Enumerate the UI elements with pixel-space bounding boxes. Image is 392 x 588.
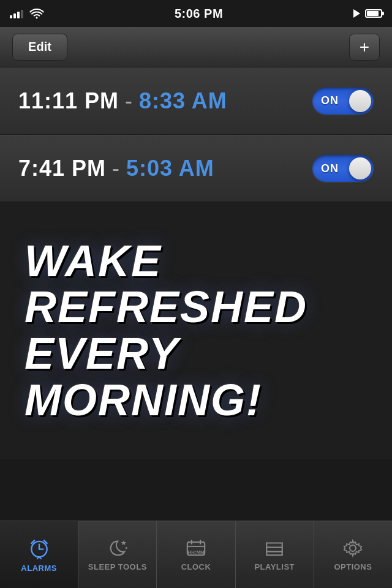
tab-options[interactable]: OPTIONS [314, 521, 392, 588]
status-right [353, 9, 382, 18]
moon-star-icon [107, 538, 128, 559]
promo-area: WAKE REFRESHED EVERY MORNING! [0, 202, 392, 459]
gear-icon [342, 538, 363, 559]
svg-point-24 [350, 545, 356, 551]
toggle-knob-2 [349, 157, 371, 179]
alarm-time-1: 11:11 PM - 8:33 AM [18, 88, 227, 114]
alarm-bedtime-2: 7:41 PM [18, 156, 106, 181]
play-icon [353, 9, 360, 18]
alarm-list: 11:11 PM - 8:33 AM ON 7:41 PM - 5:03 AM … [0, 67, 392, 202]
tab-options-label: OPTIONS [334, 562, 372, 571]
svg-marker-7 [121, 540, 126, 545]
status-bar: 5:06 PM [0, 0, 392, 27]
tab-clock[interactable]: HH:MM CLOCK [157, 521, 235, 588]
promo-line-2: EVERY MORNING! [24, 331, 368, 423]
playlist-icon [264, 538, 285, 559]
tab-alarms[interactable]: ALARMS [0, 521, 78, 588]
alarm-toggle-1[interactable]: ON [312, 88, 374, 115]
signal-area [10, 8, 44, 19]
alarm-dash-2: - [112, 156, 120, 181]
toggle-label-2: ON [321, 162, 339, 175]
toggle-knob-1 [349, 90, 371, 112]
tab-bar: ALARMS SLEEP TOOLS HH:MM CLOCK [0, 521, 392, 588]
toggle-label-1: ON [321, 94, 339, 107]
tab-clock-label: CLOCK [181, 562, 211, 571]
add-button[interactable]: + [349, 34, 380, 61]
edit-button[interactable]: Edit [12, 34, 67, 61]
toolbar: Edit + [0, 27, 392, 67]
alarm-item-2[interactable]: 7:41 PM - 5:03 AM ON [0, 135, 392, 202]
promo-text: WAKE REFRESHED EVERY MORNING! [0, 214, 392, 448]
tab-sleep-tools[interactable]: SLEEP TOOLS [78, 521, 157, 588]
alarm-item-1[interactable]: 11:11 PM - 8:33 AM ON [0, 67, 392, 135]
svg-text:HH:MM: HH:MM [188, 549, 205, 555]
alarm-dash-1: - [125, 88, 133, 114]
tab-alarms-label: ALARMS [21, 564, 57, 573]
signal-bars-icon [10, 9, 23, 18]
promo-line-1: WAKE REFRESHED [24, 238, 368, 331]
alarm-waketime-1: 8:33 AM [139, 88, 227, 114]
alarm-time-2: 7:41 PM - 5:03 AM [18, 156, 214, 181]
tab-sleep-tools-label: SLEEP TOOLS [88, 562, 147, 571]
tab-playlist-label: PLAYLIST [254, 562, 295, 571]
battery-icon [365, 9, 382, 18]
alarm-bedtime-1: 11:11 PM [18, 88, 119, 114]
alarm-waketime-2: 5:03 AM [126, 156, 214, 181]
alarm-toggle-2[interactable]: ON [312, 155, 374, 182]
alarm-clock-icon [28, 537, 51, 560]
status-time: 5:06 PM [175, 7, 223, 21]
tab-playlist[interactable]: PLAYLIST [236, 521, 314, 588]
wifi-icon [29, 8, 44, 19]
svg-marker-8 [124, 546, 127, 549]
clock-icon: HH:MM [186, 538, 206, 559]
